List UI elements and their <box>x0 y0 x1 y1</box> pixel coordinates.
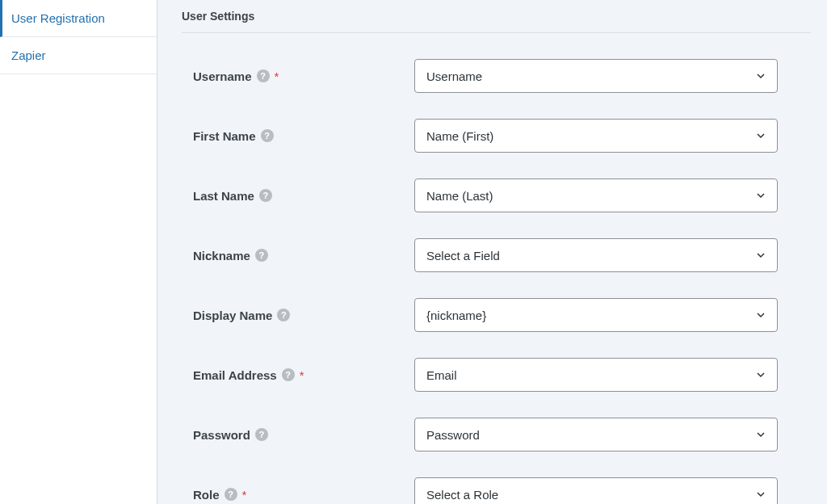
select-value: Select a Role <box>426 488 498 502</box>
field-label: Nickname ? <box>193 249 414 262</box>
select-value: Email <box>426 368 457 382</box>
email-select[interactable]: Email <box>414 358 778 392</box>
label-text: Password <box>193 428 250 442</box>
chevron-down-icon <box>756 430 766 439</box>
required-mark: * <box>275 69 279 83</box>
field-label: Display Name ? <box>193 309 414 322</box>
label-text: Email Address <box>193 368 277 382</box>
label-text: Role <box>193 488 220 502</box>
help-icon[interactable]: ? <box>259 189 272 202</box>
help-icon[interactable]: ? <box>282 368 295 381</box>
help-icon[interactable]: ? <box>225 488 237 501</box>
field-label: Last Name ? <box>193 189 414 203</box>
label-text: Username <box>193 69 252 83</box>
select-value: Name (Last) <box>426 189 493 203</box>
sidebar-item-user-registration[interactable]: User Registration <box>0 0 157 37</box>
main-content: User Settings Username ? * Username Firs… <box>157 0 827 504</box>
role-select[interactable]: Select a Role <box>414 477 778 504</box>
help-icon[interactable]: ? <box>255 249 268 262</box>
chevron-down-icon <box>756 250 766 260</box>
field-label: Password ? <box>193 428 414 442</box>
field-row-last-name: Last Name ? Name (Last) <box>182 178 827 212</box>
field-row-username: Username ? * Username <box>182 59 827 93</box>
select-value: Select a Field <box>426 249 500 262</box>
sidebar-item-label: Zapier <box>11 48 46 62</box>
required-mark: * <box>242 488 247 502</box>
field-row-password: Password ? Password <box>182 418 827 452</box>
section-title: User Settings <box>182 0 811 33</box>
field-row-role: Role ? * Select a Role <box>182 477 827 504</box>
select-value: Password <box>426 428 480 442</box>
sidebar-item-label: User Registration <box>11 11 105 25</box>
select-value: Name (First) <box>426 129 493 143</box>
help-icon[interactable]: ? <box>255 428 268 441</box>
label-text: Nickname <box>193 249 250 262</box>
field-row-nickname: Nickname ? Select a Field <box>182 238 827 272</box>
nickname-select[interactable]: Select a Field <box>414 238 778 272</box>
chevron-down-icon <box>756 370 766 380</box>
label-text: First Name <box>193 129 256 143</box>
chevron-down-icon <box>756 71 766 81</box>
field-label: First Name ? <box>193 129 414 143</box>
select-value: {nickname} <box>426 309 486 322</box>
field-label: Role ? * <box>193 488 414 502</box>
required-mark: * <box>300 368 304 382</box>
last-name-select[interactable]: Name (Last) <box>414 178 778 212</box>
field-label: Username ? * <box>193 69 414 83</box>
field-row-email: Email Address ? * Email <box>182 358 827 392</box>
help-icon[interactable]: ? <box>257 69 270 82</box>
chevron-down-icon <box>756 310 766 320</box>
field-row-first-name: First Name ? Name (First) <box>182 119 827 153</box>
password-select[interactable]: Password <box>414 418 778 452</box>
label-text: Display Name <box>193 309 272 322</box>
chevron-down-icon <box>756 191 766 200</box>
chevron-down-icon <box>756 131 766 141</box>
sidebar: User Registration Zapier <box>0 0 157 504</box>
field-row-display-name: Display Name ? {nickname} <box>182 298 827 332</box>
sidebar-item-zapier[interactable]: Zapier <box>0 37 157 74</box>
select-value: Username <box>426 69 482 83</box>
field-label: Email Address ? * <box>193 368 414 382</box>
label-text: Last Name <box>193 189 254 203</box>
first-name-select[interactable]: Name (First) <box>414 119 778 153</box>
help-icon[interactable]: ? <box>261 129 274 142</box>
chevron-down-icon <box>756 489 766 499</box>
username-select[interactable]: Username <box>414 59 778 93</box>
help-icon[interactable]: ? <box>277 309 290 321</box>
display-name-select[interactable]: {nickname} <box>414 298 778 332</box>
